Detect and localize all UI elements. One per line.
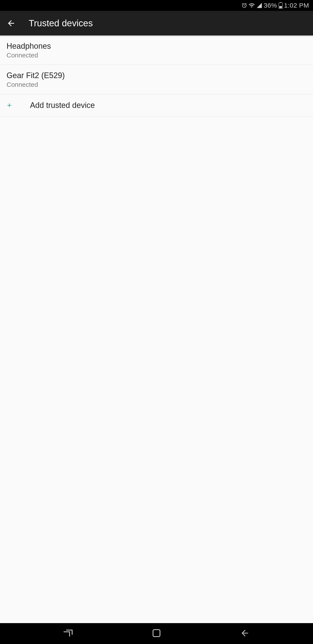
trusted-device-item[interactable]: Gear Fit2 (E529) Connected <box>0 65 313 94</box>
clock-time: 1:02 PM <box>284 2 309 9</box>
svg-rect-1 <box>280 2 281 3</box>
app-bar: Trusted devices <box>0 11 313 36</box>
navigation-bar <box>0 623 313 644</box>
alarm-icon <box>242 2 247 8</box>
device-status: Connected <box>6 52 307 59</box>
home-button[interactable] <box>143 623 170 644</box>
signal-icon <box>256 2 262 8</box>
recent-apps-button[interactable] <box>55 623 81 644</box>
add-trusted-device-label: Add trusted device <box>30 101 95 110</box>
back-button[interactable] <box>6 19 16 28</box>
wifi-icon <box>249 2 255 9</box>
trusted-device-item[interactable]: Headphones Connected <box>0 36 313 65</box>
home-icon <box>152 628 161 639</box>
shadow <box>0 36 313 37</box>
back-nav-icon <box>240 628 250 639</box>
svg-rect-2 <box>279 6 282 8</box>
status-bar: 36% 1:02 PM <box>0 0 313 11</box>
back-nav-button[interactable] <box>232 623 258 644</box>
device-name: Gear Fit2 (E529) <box>6 71 307 80</box>
plus-icon <box>6 102 19 108</box>
content-area: Headphones Connected Gear Fit2 (E529) Co… <box>0 36 313 623</box>
battery-percent: 36% <box>264 2 277 9</box>
device-name: Headphones <box>6 42 307 51</box>
page-title: Trusted devices <box>29 18 93 28</box>
svg-rect-5 <box>153 630 160 636</box>
battery-icon <box>279 2 283 9</box>
status-icons: 36% 1:02 PM <box>242 2 309 9</box>
recent-apps-icon <box>63 629 73 638</box>
add-trusted-device-button[interactable]: Add trusted device <box>0 94 313 116</box>
arrow-left-icon <box>6 19 16 28</box>
device-status: Connected <box>6 81 307 88</box>
